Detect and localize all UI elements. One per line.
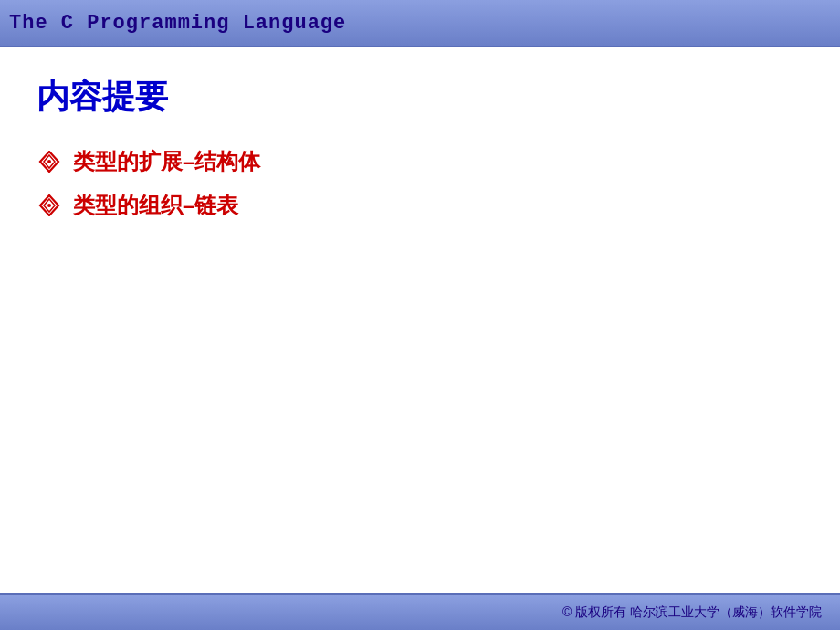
main-content: 内容提要 类型的扩展–结构体: [0, 47, 840, 577]
bullet-list: 类型的扩展–结构体 类型的组织–链表: [37, 147, 803, 220]
diamond-icon: [37, 193, 62, 218]
list-item-text: 类型的组织–链表: [73, 191, 238, 220]
list-item: 类型的组织–链表: [37, 191, 803, 220]
page-title: 内容提要: [37, 75, 803, 120]
list-item: 类型的扩展–结构体: [37, 147, 803, 176]
diamond-icon: [37, 149, 62, 174]
footer-copyright: © 版权所有 哈尔滨工业大学（威海）软件学院: [562, 604, 822, 621]
footer-bar: © 版权所有 哈尔滨工业大学（威海）软件学院: [0, 593, 840, 630]
header-title: The C Programming Language: [9, 12, 346, 35]
list-item-text: 类型的扩展–结构体: [73, 147, 260, 176]
svg-point-2: [47, 160, 51, 163]
header-bar: The C Programming Language: [0, 0, 840, 47]
svg-point-5: [47, 204, 51, 207]
